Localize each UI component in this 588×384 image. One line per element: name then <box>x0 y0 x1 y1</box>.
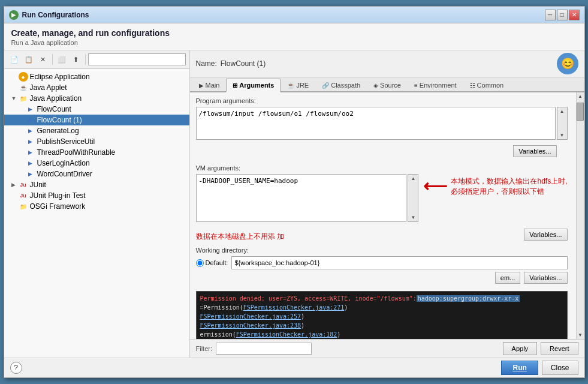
error-console: Permission denied: user=ZYS, access=WRIT… <box>196 291 568 339</box>
scrollbar-right[interactable]: ▲ ▼ <box>576 92 584 339</box>
new-config-button[interactable]: 📄 <box>8 53 21 66</box>
bottom-bar: Filter: Apply Revert <box>190 339 584 358</box>
tree-item-eclipse[interactable]: ● Eclipse Application <box>4 71 189 82</box>
sort-config-button[interactable]: ⬆ <box>70 53 83 66</box>
bottom-right-btns: Apply Revert <box>503 342 578 355</box>
tree-item-applet[interactable]: ☕ Java Applet <box>4 82 189 93</box>
tree-item-osgi[interactable]: 📁 OSGi Framework <box>4 201 189 212</box>
close-button[interactable]: Close <box>542 361 578 375</box>
header-section: Create, manage, and run configurations R… <box>4 23 584 50</box>
vm-scrollbar[interactable]: ▲ ▼ <box>408 174 418 222</box>
tree-item-wordcount[interactable]: ▶ WordCountDriver <box>4 169 189 179</box>
workdir-em-button[interactable]: em... <box>495 272 520 284</box>
tab-common[interactable]: ☷ Common <box>463 79 511 91</box>
eclipse-icon: ● <box>19 72 28 82</box>
tab-arguments[interactable]: ⊞ Arguments <box>226 79 281 92</box>
left-toolbar: 📄 📋 ✕ ⬜ ⬆ <box>4 50 189 69</box>
error-line-4: FSPermissionChecker.java:238) <box>200 321 563 330</box>
search-input[interactable] <box>88 53 186 65</box>
tab-classpath-label: Classpath <box>331 82 360 89</box>
annotation-line3: 数据在本地磁盘上不用添 <box>196 232 275 241</box>
footer-right: Run Close <box>501 361 578 375</box>
tree-label-userlogin: UserLoginAction <box>37 159 90 167</box>
environment-tab-icon: ≡ <box>414 82 418 89</box>
tab-classpath[interactable]: 🔗 Classpath <box>315 79 367 91</box>
working-dir-input[interactable] <box>231 256 567 269</box>
scroll-down-arrow[interactable]: ▼ <box>577 331 584 339</box>
run-icon-selected: ▶ <box>26 115 35 125</box>
avatar-icon: 😊 <box>557 53 578 74</box>
filter-input[interactable] <box>216 343 312 355</box>
annotation-line2: 必须指定用户，否则报以下错 <box>451 187 567 197</box>
left-panel: 📄 📋 ✕ ⬜ ⬆ ● Eclipse Application <box>4 50 190 358</box>
run-configurations-window: ▶ Run Configurations ─ □ ✕ Create, manag… <box>4 6 585 378</box>
search-box <box>88 53 186 65</box>
tree-label-junit: JUnit <box>30 181 46 189</box>
right-panel: Name: FlowCount (1) 😊 ▶ Main ⊞ Arguments… <box>190 50 584 358</box>
red-arrow-icon: ⟵ <box>423 176 447 196</box>
revert-button[interactable]: Revert <box>541 342 578 355</box>
tree-item-junit[interactable]: ▶ Ju JUnit <box>4 179 189 190</box>
run-icon-thread: ▶ <box>26 148 35 157</box>
tree-label-wordcount: WordCountDriver <box>37 170 92 178</box>
run-icon-word: ▶ <box>26 169 35 179</box>
help-button[interactable]: ? <box>10 362 22 374</box>
link-2[interactable]: FSPermissionChecker.java:257 <box>200 313 301 320</box>
tab-environment[interactable]: ≡ Environment <box>408 79 463 91</box>
tree-item-java-app[interactable]: ▼ 📁 Java Application <box>4 93 189 104</box>
tree-item-flowcount[interactable]: ▶ FlowCount <box>4 104 189 115</box>
link-3[interactable]: FSPermissionChecker.java:238 <box>200 322 301 329</box>
tree-item-userlogin[interactable]: ▶ UserLoginAction <box>4 158 189 169</box>
sa-up[interactable]: ▲ <box>559 107 566 115</box>
scrollbar-thumb[interactable] <box>577 103 584 121</box>
window-icon: ▶ <box>9 10 19 20</box>
vm-args-textarea[interactable]: -DHADOOP_USER_NAME=hadoop <box>196 174 407 222</box>
apply-button[interactable]: Apply <box>503 342 538 355</box>
scroll-up-arrow[interactable]: ▲ <box>577 92 584 100</box>
maximize-button[interactable]: □ <box>557 10 568 20</box>
tree-arrow-java: ▼ <box>11 95 19 101</box>
sa-down[interactable]: ▼ <box>559 131 566 139</box>
tree-item-junit-plugin[interactable]: Ju JUnit Plug-in Test <box>4 190 189 201</box>
tree-label-flowcount: FlowCount <box>37 105 71 113</box>
tab-jre[interactable]: ☕ JRE <box>281 79 315 91</box>
tab-environment-label: Environment <box>420 82 457 89</box>
program-args-wrap: /flowsum/input /flowsum/o1 /flowsum/oo2 … <box>196 107 568 142</box>
delete-config-button[interactable]: ✕ <box>37 53 50 66</box>
tab-jre-label: JRE <box>296 82 309 89</box>
tree-label-publish: PublishServiceUtil <box>37 137 95 146</box>
link-4[interactable]: FSPermissionChecker.java:182 <box>236 331 337 338</box>
vm-variables-button[interactable]: Variables... <box>524 229 567 241</box>
source-tab-icon: ◈ <box>373 82 378 89</box>
default-radio[interactable] <box>196 259 204 267</box>
tree-label-flowcount1: FlowCount (1) <box>37 116 82 124</box>
vm-args-label: VM arguments: <box>196 164 568 172</box>
workdir-variables-button[interactable]: Variables... <box>524 272 567 284</box>
default-radio-label[interactable]: Default: <box>196 259 228 267</box>
error-line-5: ermission(FSPermissionChecker.java:182) <box>200 330 563 339</box>
tree-item-publish[interactable]: ▶ PublishServiceUtil <box>4 136 189 147</box>
program-variables-button[interactable]: Variables... <box>513 145 556 157</box>
program-args-textarea[interactable]: /flowsum/input /flowsum/o1 /flowsum/oo2 <box>196 107 556 140</box>
tree-item-flowcount1[interactable]: ▶ FlowCount (1) <box>4 115 189 125</box>
prog-args-scrollbar[interactable]: ▲ ▼ <box>557 107 568 140</box>
tabs-bar: ▶ Main ⊞ Arguments ☕ JRE 🔗 Classpath ◈ <box>190 77 584 92</box>
common-tab-icon: ☷ <box>470 82 475 89</box>
tab-main[interactable]: ▶ Main <box>192 79 227 91</box>
tab-source[interactable]: ◈ Source <box>367 79 408 91</box>
tree-item-threadpool[interactable]: ▶ ThreadPoolWithRunable <box>4 147 189 158</box>
filter-config-button[interactable]: ⬜ <box>55 53 68 66</box>
annotation-line4: 加 <box>277 232 284 241</box>
minimize-button[interactable]: ─ <box>545 10 556 20</box>
title-bar-left: ▶ Run Configurations <box>9 10 89 20</box>
link-1[interactable]: FSPermissionChecker.java:271 <box>243 304 345 311</box>
vm-sa-down[interactable]: ▼ <box>410 214 417 221</box>
tab-common-label: Common <box>477 82 504 89</box>
vm-more-text: 数据在本地磁盘上不用添 加 <box>196 232 522 242</box>
vm-sa-up[interactable]: ▲ <box>410 175 417 182</box>
tree-container: ● Eclipse Application ☕ Java Applet ▼ 📁 … <box>4 69 189 358</box>
close-window-button[interactable]: ✕ <box>569 10 580 20</box>
tree-item-generatelog[interactable]: ▶ GenerateLog <box>4 125 189 136</box>
run-button[interactable]: Run <box>501 361 538 375</box>
copy-config-button[interactable]: 📋 <box>22 53 35 66</box>
